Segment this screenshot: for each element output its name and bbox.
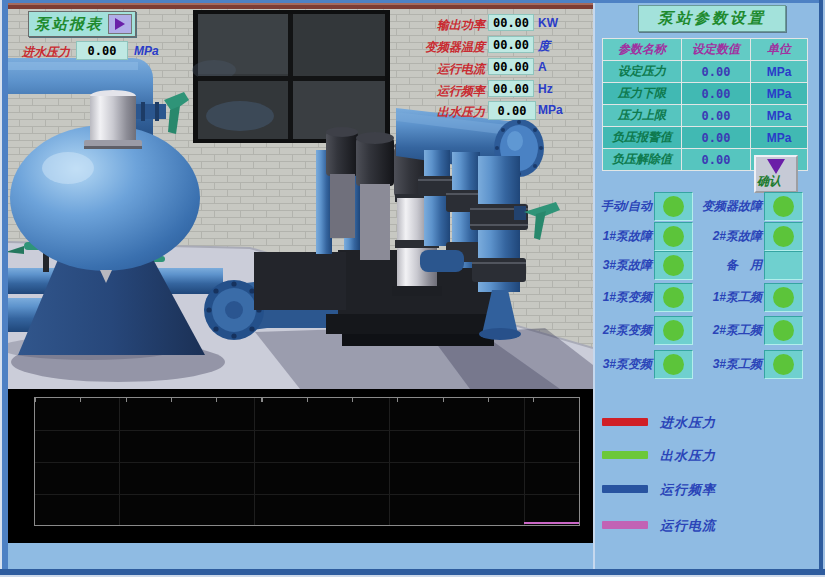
indicator-lamp-box [654,192,693,221]
report-arrow-button[interactable] [108,14,132,34]
param-unit: MPa [751,127,808,149]
lamp-icon [663,226,684,247]
legend-color-bar [602,451,648,459]
legend-item: 运行电流 [595,517,821,539]
indicator-lamp-box [654,283,693,312]
readout-unit: KW [538,16,558,30]
indicator-label: 2#泵变频 [596,322,652,339]
indicator-lamp-box [654,251,693,280]
readout-label: 变频器温度 [409,39,485,56]
trend-chart [8,389,593,543]
indicator-label: 备 用 [690,257,762,274]
legend-label: 出水压力 [660,447,716,465]
indicator-lamp-box [654,222,693,251]
indicator-lamp-box [764,251,803,280]
window-frame-right [819,0,825,577]
table-row: 压力下限 0.00 MPa [603,83,808,105]
table-row: 设定压力 0.00 MPa [603,61,808,83]
lamp-icon [773,196,794,217]
param-name: 负压报警值 [603,127,682,149]
down-triangle-icon [767,159,785,174]
param-name: 负压解除值 [603,149,682,171]
settings-panel: 泵站参数设置 参数名称 设定数值 单位 设定压力 0.00 MPa 压力下限 0… [593,3,821,569]
readout-label: 出水压力 [409,104,485,121]
indicator-label: 1#泵工频 [690,289,762,306]
inlet-pressure-label: 进水压力 [22,44,70,61]
confirm-button-label: 确认 [757,173,781,190]
lamp-icon [663,287,684,308]
indicator-lamp-box [764,350,803,379]
trend-plot-area [34,397,580,526]
readout-unit: A [538,60,547,74]
readout-label: 输出功率 [409,17,485,34]
readout-unit: MPa [538,103,563,117]
readout-value: 00.00 [488,80,534,97]
table-row: 压力上限 0.00 MPa [603,105,808,127]
indicator-lamp-box [764,222,803,251]
lamp-icon [773,255,794,276]
table-header-row: 参数名称 设定数值 单位 [603,39,808,61]
indicator-row: 1#泵故障 2#泵故障 [595,222,821,250]
confirm-button[interactable]: 确认 [754,155,798,193]
legend-color-bar [602,485,648,493]
col-header-unit: 单位 [751,39,808,61]
parameter-table: 参数名称 设定数值 单位 设定压力 0.00 MPa 压力下限 0.00 MPa… [602,38,808,171]
window-frame-top [0,0,825,3]
param-unit: MPa [751,61,808,83]
lamp-icon [773,226,794,247]
pump-room-3d-view: 泵站报表 进水压力 0.00 MPa 输出功率 00.00 KW 变频器温度 0… [8,3,593,389]
readout-unit: 度 [538,38,550,55]
inlet-pressure-value: 0.00 [76,41,128,60]
readout-value: 00.00 [488,36,534,53]
param-name: 设定压力 [603,61,682,83]
report-button[interactable]: 泵站报表 [28,11,136,37]
window-frame-left [0,0,8,577]
readout-label: 运行电流 [409,61,485,78]
readout-unit: Hz [538,82,553,96]
col-header-name: 参数名称 [603,39,682,61]
window [192,10,390,143]
indicator-label: 2#泵工频 [690,322,762,339]
legend-item: 出水压力 [595,447,821,469]
indicator-lamp-box [764,316,803,345]
table-row: 负压报警值 0.00 MPa [603,127,808,149]
param-unit: MPa [751,105,808,127]
legend-label: 运行频率 [660,481,716,499]
indicator-row: 2#泵变频 2#泵工频 [595,316,821,344]
indicator-lamp-box [764,192,803,221]
window-frame-bottom [0,569,825,577]
indicator-lamp-box [654,350,693,379]
param-value[interactable]: 0.00 [682,83,751,105]
indicator-label: 手动/自动 [596,198,652,215]
indicator-row: 3#泵变频 3#泵工频 [595,350,821,378]
param-name: 压力下限 [603,83,682,105]
readout-value: 0.00 [488,101,536,120]
report-button-label: 泵站报表 [35,15,103,34]
indicator-row: 手动/自动 变频器故障 [595,192,821,220]
lamp-icon [773,354,794,375]
param-unit: MPa [751,83,808,105]
indicator-label: 1#泵变频 [596,289,652,306]
param-value[interactable]: 0.00 [682,127,751,149]
param-value[interactable]: 0.00 [682,149,751,171]
param-value[interactable]: 0.00 [682,105,751,127]
legend-item: 运行频率 [595,481,821,503]
axis-ticks [35,398,579,402]
lamp-icon [663,255,684,276]
indicator-label: 3#泵工频 [690,356,762,373]
legend-color-bar [602,418,648,426]
panel-title: 泵站参数设置 [638,5,786,32]
indicator-label: 3#泵变频 [596,356,652,373]
lamp-icon [663,354,684,375]
indicator-lamp-box [764,283,803,312]
col-header-value: 设定数值 [682,39,751,61]
indicator-label: 3#泵故障 [596,257,652,274]
inlet-pressure-unit: MPa [134,44,159,58]
param-value[interactable]: 0.00 [682,61,751,83]
lamp-icon [773,320,794,341]
indicator-lamp-box [654,316,693,345]
indicator-label: 1#泵故障 [596,228,652,245]
indicator-label: 变频器故障 [690,198,762,215]
legend-color-bar [602,521,648,529]
legend-label: 进水压力 [660,414,716,432]
